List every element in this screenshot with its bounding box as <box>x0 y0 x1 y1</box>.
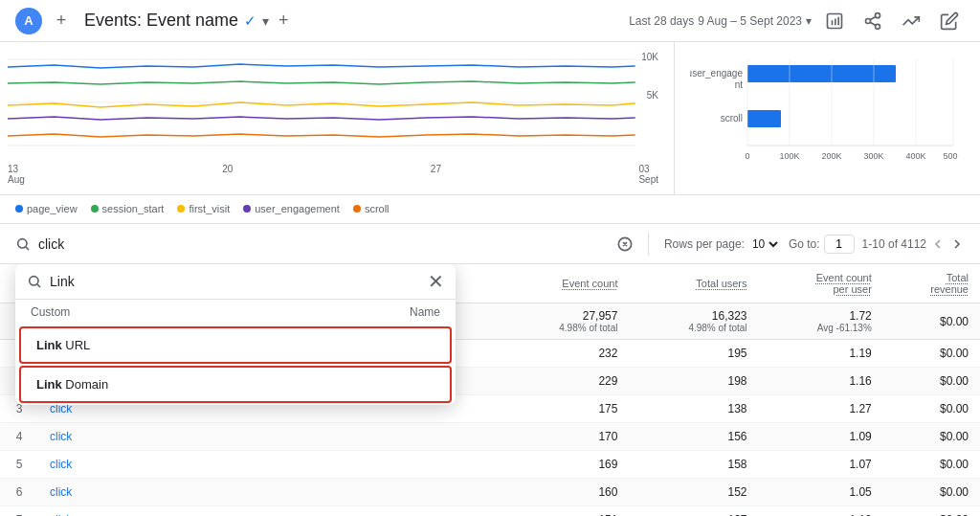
share-icon-button[interactable] <box>858 6 888 36</box>
pagination-label: 1-10 of 4112 <box>862 237 926 251</box>
edit-icon-button[interactable] <box>934 6 965 36</box>
dropdown-item-link-url[interactable]: Link URL <box>19 326 452 364</box>
bar-chart: user_engagent scroll 0 100K 200K 300K 40… <box>674 42 980 194</box>
row-event-count: 232 <box>500 340 629 368</box>
goto-input[interactable] <box>824 235 855 254</box>
x-label-27: 27 <box>431 164 441 185</box>
x-label-sept: 03Sept <box>638 164 658 185</box>
chart-area: 10K 5K 13Aug 20 27 03Sept u <box>0 42 980 195</box>
col-revenue: Totalrevenue <box>883 264 980 303</box>
dropdown-search-input[interactable] <box>50 274 420 289</box>
row-event-name[interactable]: click <box>38 506 500 517</box>
row-per-user: 1.19 <box>759 340 883 368</box>
search-input[interactable] <box>38 236 610 252</box>
header-right: Last 28 days 9 Aug – 5 Sept 2023 ▾ <box>629 6 965 36</box>
legend-label-scroll: scroll <box>365 203 390 214</box>
legend-dot-user-engagement <box>243 205 251 213</box>
line-chart: 10K 5K 13Aug 20 27 03Sept <box>0 42 674 194</box>
report-icon-button[interactable] <box>819 6 850 36</box>
row-revenue: $0.00 <box>883 340 980 368</box>
dropdown-item-link-domain[interactable]: Link Domain <box>19 366 452 403</box>
prev-page-icon[interactable] <box>930 236 946 252</box>
row-revenue: $0.00 <box>883 423 980 451</box>
header: A + Events: Event name ✓ ▾ + Last 28 day… <box>0 0 980 42</box>
row-per-user: 1.16 <box>759 368 883 395</box>
clear-search-icon[interactable] <box>617 236 633 252</box>
legend-user-engagement: user_engagement <box>243 203 340 214</box>
dropdown-panel: ✕ Custom Name Link URL Link Domain <box>15 264 456 405</box>
search-bar: Rows per page: 10 25 50 Go to: 1-10 of 4… <box>0 224 980 264</box>
svg-point-24 <box>18 238 27 247</box>
row-per-user: 1.09 <box>759 423 883 451</box>
svg-text:500K: 500K <box>943 151 958 161</box>
chart-legend: page_view session_start first_visit user… <box>0 195 980 224</box>
trend-icon-button[interactable] <box>896 6 926 36</box>
summary-per-user: 1.72 Avg -61.13% <box>759 303 883 340</box>
svg-text:user_engagent: user_engagent <box>690 68 743 90</box>
row-event-name[interactable]: click <box>38 479 500 506</box>
row-revenue: $0.00 <box>883 451 980 479</box>
pagination: 1-10 of 4112 <box>862 236 965 252</box>
svg-point-3 <box>876 24 880 29</box>
legend-label-user-engagement: user_engagement <box>255 203 340 214</box>
row-revenue: $0.00 <box>883 506 980 517</box>
svg-text:100K: 100K <box>779 151 799 161</box>
svg-text:300K: 300K <box>863 151 883 161</box>
report-icon <box>825 11 844 31</box>
row-num: 6 <box>0 479 38 506</box>
next-page-icon[interactable] <box>949 236 965 252</box>
table-row: 4 click 170 156 1.09 $0.00 <box>0 423 980 451</box>
title-add-icon[interactable]: + <box>278 11 289 31</box>
row-event-name[interactable]: click <box>38 423 500 451</box>
row-per-user: 1.10 <box>759 506 883 517</box>
title-text: Events: Event name <box>84 11 238 31</box>
avatar[interactable]: A <box>15 8 42 34</box>
edit-icon <box>940 11 959 31</box>
row-event-count: 151 <box>500 506 629 517</box>
svg-rect-10 <box>747 110 781 127</box>
search-icon <box>15 236 31 252</box>
table-row: 6 click 160 152 1.05 $0.00 <box>0 479 980 506</box>
row-event-count: 170 <box>500 423 629 451</box>
table-row: 7 click 151 137 1.10 $0.00 <box>0 506 980 517</box>
date-range[interactable]: Last 28 days 9 Aug – 5 Sept 2023 ▾ <box>629 14 812 28</box>
legend-label-first-visit: first_visit <box>189 203 230 214</box>
row-total-users: 137 <box>629 506 758 517</box>
row-event-count: 229 <box>500 368 629 395</box>
row-num: 7 <box>0 506 38 517</box>
rows-select[interactable]: 10 25 50 <box>748 236 781 252</box>
date-range-value: 9 Aug – 5 Sept 2023 <box>698 14 802 28</box>
legend-page-view: page_view <box>15 203 78 214</box>
row-event-count: 160 <box>500 479 629 506</box>
goto-label: Go to: <box>789 237 820 251</box>
rows-per-page: Rows per page: 10 25 50 <box>664 236 781 252</box>
x-label-20: 20 <box>222 164 233 185</box>
check-icon: ✓ <box>244 12 256 30</box>
legend-label-page-view: page_view <box>27 203 78 214</box>
legend-dot-session-start <box>91 205 99 213</box>
row-per-user: 1.27 <box>759 395 883 423</box>
row-revenue: $0.00 <box>883 368 980 395</box>
rows-label: Rows per page: <box>664 237 745 251</box>
svg-point-2 <box>866 18 871 23</box>
dropdown-search-row: ✕ <box>15 264 456 300</box>
legend-dot-first-visit <box>177 205 185 213</box>
title-dropdown-icon[interactable]: ▾ <box>262 13 269 29</box>
dropdown-item-domain-label: Link Domain <box>36 377 108 392</box>
col-event-per-user: Event countper user <box>759 264 883 303</box>
goto: Go to: <box>789 235 855 254</box>
trend-icon <box>902 11 921 31</box>
row-event-count: 175 <box>500 395 629 423</box>
svg-text:scroll: scroll <box>721 113 743 123</box>
add-tab-button[interactable]: + <box>50 10 73 33</box>
row-event-count: 169 <box>500 451 629 479</box>
row-total-users: 198 <box>629 368 758 395</box>
summary-total-users: 16,323 4.98% of total <box>629 303 758 340</box>
dropdown-close-button[interactable]: ✕ <box>428 272 444 291</box>
row-event-name[interactable]: click <box>38 451 500 479</box>
legend-label-session-start: session_start <box>102 203 165 214</box>
date-arrow-icon: ▾ <box>806 14 812 28</box>
dropdown-col-custom: Custom <box>31 305 70 319</box>
bar-chart-svg: user_engagent scroll 0 100K 200K 300K 40… <box>690 50 958 174</box>
legend-dot-scroll <box>353 205 361 213</box>
